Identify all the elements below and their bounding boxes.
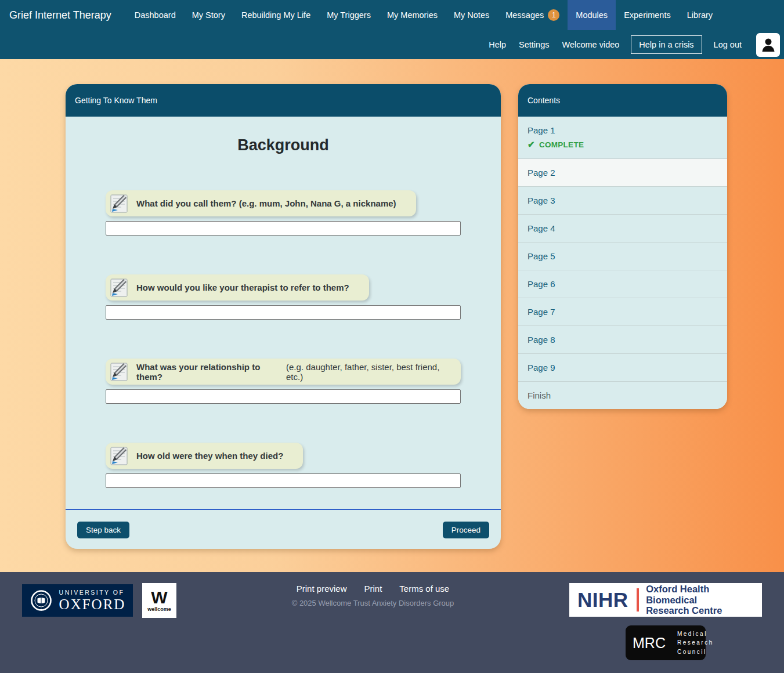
contents-item-label: Page 7 <box>528 307 555 317</box>
person-icon <box>760 36 777 53</box>
footer-left-logos: UNIVERSITY OF OXFORD W wellcome <box>22 583 176 618</box>
messages-count-badge: 1 <box>548 9 559 21</box>
question-bubble: What did you call them? (e.g. mum, John,… <box>106 190 416 216</box>
page-footer: UNIVERSITY OF OXFORD W wellcome Print pr… <box>0 572 784 673</box>
nav-item-settings[interactable]: Settings <box>512 40 555 49</box>
proceed-button[interactable]: Proceed <box>443 522 489 538</box>
nav-item-experiments[interactable]: Experiments <box>616 0 679 30</box>
question-bubble: How old were they when they died? <box>106 443 303 469</box>
contents-panel: Contents Page 1 ✔ COMPLETE Page 2 Page 3… <box>518 84 727 409</box>
nav-item-my-triggers[interactable]: My Triggers <box>319 0 379 30</box>
question-block-4: How old were they when they died? <box>106 443 461 488</box>
copyright-text: © 2025 Wellcome Trust Anxiety Disorders … <box>176 599 569 607</box>
nav-item-my-story[interactable]: My Story <box>184 0 233 30</box>
mrc-logo-text: Medical Research Council <box>677 629 714 657</box>
question-text: How old were they when they died? <box>136 451 283 461</box>
nav-item-rebuilding-my-life[interactable]: Rebuilding My Life <box>233 0 319 30</box>
brand-title[interactable]: Grief Internet Therapy <box>0 0 127 30</box>
module-card-title: Getting To Know Them <box>66 84 501 117</box>
primary-nav-row: Grief Internet Therapy Dashboard My Stor… <box>0 0 784 30</box>
print-preview-link[interactable]: Print preview <box>297 584 347 594</box>
question-block-2: How would you like your therapist to ref… <box>106 274 461 320</box>
contents-item-page-6[interactable]: Page 6 <box>518 270 727 298</box>
wellcome-logo[interactable]: W wellcome <box>142 583 176 618</box>
page-complete-status: ✔ COMPLETE <box>528 139 718 150</box>
contents-item-label: Page 6 <box>528 279 555 289</box>
nav-item-library[interactable]: Library <box>679 0 721 30</box>
question-text: How would you like your therapist to ref… <box>136 283 349 292</box>
contents-item-page-4[interactable]: Page 4 <box>518 214 727 242</box>
question-bubble: How would you like your therapist to ref… <box>106 274 369 301</box>
contents-item-label: Page 1 <box>528 125 555 135</box>
user-avatar-button[interactable] <box>756 33 780 57</box>
page-title: Background <box>106 136 461 154</box>
footer-center: Print preview Print Terms of use © 2025 … <box>176 583 569 607</box>
module-card-body: Background What did you call them? (e.g.… <box>66 136 501 488</box>
nav-item-welcome-video[interactable]: Welcome video <box>555 40 626 49</box>
nav-item-my-notes[interactable]: My Notes <box>446 0 497 30</box>
question-hint: (e.g. daughter, father, sister, best fri… <box>286 362 448 382</box>
contents-item-page-8[interactable]: Page 8 <box>518 325 727 353</box>
contents-list: Page 1 ✔ COMPLETE Page 2 Page 3 Page 4 P… <box>518 117 727 409</box>
question-block-1: What did you call them? (e.g. mum, John,… <box>106 190 461 236</box>
contents-item-finish[interactable]: Finish <box>518 381 727 409</box>
contents-item-label: Page 9 <box>528 363 555 372</box>
module-card: Getting To Know Them Background What <box>66 84 501 549</box>
notepad-pencil-icon <box>109 361 129 382</box>
nihr-red-bar <box>637 588 640 612</box>
nav-item-log-out[interactable]: Log out <box>707 40 748 49</box>
notepad-pencil-icon <box>109 446 129 466</box>
nav-item-help[interactable]: Help <box>482 40 512 49</box>
contents-item-page-3[interactable]: Page 3 <box>518 186 727 214</box>
top-nav: Grief Internet Therapy Dashboard My Stor… <box>0 0 784 59</box>
main-content: Getting To Know Them Background What <box>0 59 784 572</box>
answer-input-1[interactable] <box>106 221 461 236</box>
contents-item-label: Page 2 <box>528 168 555 178</box>
nav-item-modules[interactable]: Modules <box>568 0 616 30</box>
footer-links: Print preview Print Terms of use <box>176 584 569 594</box>
contents-item-page-5[interactable]: Page 5 <box>518 242 727 270</box>
nihr-logo-text: Oxford Health Biomedical Research Centre <box>646 584 754 617</box>
question-block-3: What was your relationship to them?(e.g.… <box>106 359 461 404</box>
nav-item-help-in-a-crisis[interactable]: Help in a crisis <box>631 35 702 54</box>
contents-item-label: Page 4 <box>528 223 555 233</box>
nihr-logo[interactable]: NIHR Oxford Health Biomedical Research C… <box>569 583 762 617</box>
contents-item-page-1[interactable]: Page 1 ✔ COMPLETE <box>518 117 727 158</box>
question-text: What did you call them? (e.g. mum, John,… <box>136 198 396 208</box>
answer-input-4[interactable] <box>106 473 461 488</box>
secondary-nav-row: Help Settings Welcome video Help in a cr… <box>0 30 784 59</box>
contents-item-page-9[interactable]: Page 9 <box>518 353 727 381</box>
contents-item-page-2[interactable]: Page 2 <box>518 158 727 186</box>
nav-item-my-memories[interactable]: My Memories <box>379 0 446 30</box>
notepad-pencil-icon <box>109 193 129 214</box>
mrc-logo[interactable]: MRC Medical Research Council <box>626 625 706 660</box>
contents-item-label: Page 8 <box>528 335 555 345</box>
page: Grief Internet Therapy Dashboard My Stor… <box>0 0 784 673</box>
answer-input-3[interactable] <box>106 389 461 404</box>
terms-of-use-link[interactable]: Terms of use <box>399 584 449 594</box>
question-text: What was your relationship to them? <box>136 362 279 382</box>
answer-input-2[interactable] <box>106 305 461 320</box>
notepad-pencil-icon <box>109 277 129 298</box>
contents-title: Contents <box>518 84 727 117</box>
footer-right-logos: NIHR Oxford Health Biomedical Research C… <box>569 583 762 660</box>
module-actions: Step back Proceed <box>66 509 501 549</box>
contents-item-page-7[interactable]: Page 7 <box>518 298 727 325</box>
status-badge: COMPLETE <box>539 140 584 149</box>
contents-item-label: Finish <box>528 390 551 400</box>
contents-item-label: Page 5 <box>528 251 555 261</box>
university-of-oxford-logo[interactable]: UNIVERSITY OF OXFORD <box>22 584 133 617</box>
primary-nav: Dashboard My Story Rebuilding My Life My… <box>127 0 721 30</box>
question-bubble: What was your relationship to them?(e.g.… <box>106 359 461 385</box>
oxford-logo-text: UNIVERSITY OF OXFORD <box>59 589 126 613</box>
contents-item-label: Page 3 <box>528 196 555 205</box>
print-link[interactable]: Print <box>364 584 382 594</box>
nav-item-messages[interactable]: Messages 1 <box>497 0 568 30</box>
checkmark-icon: ✔ <box>528 139 535 150</box>
step-back-button[interactable]: Step back <box>77 522 129 538</box>
oxford-crest-icon <box>30 589 53 612</box>
nav-item-dashboard[interactable]: Dashboard <box>127 0 184 30</box>
